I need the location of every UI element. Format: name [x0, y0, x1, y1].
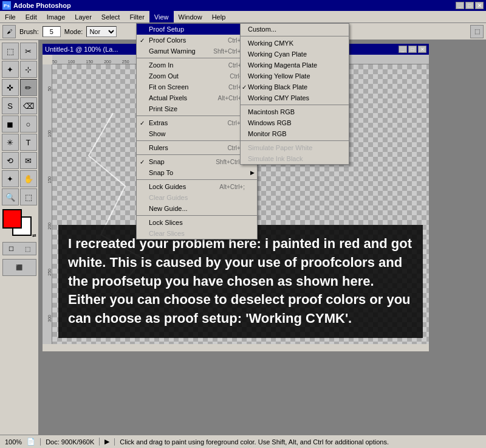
title-minimize[interactable]: _ — [456, 2, 464, 9]
menu-actual-pixels[interactable]: Actual Pixels Alt+Ctrl+0 — [137, 92, 257, 103]
tool-slice[interactable]: ⊹ — [20, 61, 37, 78]
submenu-mac-rgb[interactable]: Macintosh RGB — [241, 106, 349, 117]
title-maximize[interactable]: □ — [465, 2, 474, 9]
app-title: Adobe Photoshop — [13, 2, 71, 9]
menu-clear-guides[interactable]: Clear Guides — [137, 192, 257, 203]
menu-print-size[interactable]: Print Size — [137, 103, 257, 114]
mode-select[interactable]: Nor — [86, 26, 117, 37]
menu-help[interactable]: Help — [207, 11, 231, 22]
menu-lock-slices[interactable]: Lock Slices — [137, 217, 257, 228]
submenu-simulate-paper[interactable]: Simulate Paper White — [241, 142, 349, 153]
custom-label: Custom... — [248, 26, 276, 33]
submenu-monitor-rgb[interactable]: Monitor RGB — [241, 128, 349, 139]
zoom-in-label: Zoom In — [149, 61, 173, 69]
submenu-working-magenta[interactable]: Working Magenta Plate — [241, 60, 349, 71]
paint-tool-icon: ▶ — [99, 438, 109, 446]
fit-screen-label: Fit on Screen — [149, 83, 188, 91]
zoom-out-label: Zoom Out — [149, 72, 179, 80]
zoom-level: 100% — [5, 438, 22, 446]
tool-marquee[interactable]: ⬚ — [2, 43, 19, 60]
tool-path[interactable]: ✳ — [2, 134, 19, 151]
menu-snap[interactable]: Snap Shft+Ctrl+; — [137, 156, 257, 167]
menu-view[interactable]: View — [149, 11, 174, 22]
menu-fit-screen[interactable]: Fit on Screen Ctrl+0 — [137, 81, 257, 92]
extras-label: Extras — [149, 119, 168, 126]
working-yellow-label: Working Yellow Plate — [248, 72, 310, 80]
submenu-divider-1 — [241, 36, 349, 36]
menu-new-guide[interactable]: New Guide... — [137, 203, 257, 214]
swap-colors[interactable]: ⇄ — [32, 233, 36, 238]
menu-window[interactable]: Window — [174, 11, 207, 22]
view-menu-popup[interactable]: Proof Setup Proof Colors Ctrl+Y Gamut Wa… — [136, 23, 258, 240]
simulate-ink-label: Simulate Ink Black — [248, 155, 303, 162]
submenu-working-cmyk[interactable]: Working CMYK — [241, 38, 349, 49]
submenu-simulate-ink[interactable]: Simulate Ink Black — [241, 153, 349, 164]
ruler-vertical: 50 100 150 200 250 300 — [43, 64, 52, 344]
quick-mask-toggle[interactable]: ☐ ⬚ — [2, 242, 36, 255]
submenu-working-black[interactable]: Working Black Plate — [241, 81, 349, 92]
menu-proof-colors[interactable]: Proof Colors Ctrl+Y — [137, 35, 257, 46]
menu-clear-slices[interactable]: Clear Slices — [137, 228, 257, 239]
foreground-color[interactable] — [2, 209, 22, 229]
menu-bar: File Edit Image Layer Select Filter View… — [0, 11, 486, 23]
menu-zoom-in[interactable]: Zoom In Ctrl++ — [137, 60, 257, 71]
tool-gradient[interactable]: ◼ — [2, 115, 19, 133]
menu-proof-setup[interactable]: Proof Setup — [137, 24, 257, 35]
tool-clone[interactable]: S — [2, 97, 19, 114]
screen-mode[interactable]: ⬛ — [2, 259, 36, 276]
submenu-working-cyan[interactable]: Working Cyan Plate — [241, 49, 349, 60]
gamut-warning-label: Gamut Warning — [149, 47, 196, 55]
menu-file[interactable]: File — [0, 11, 21, 22]
view-divider-3 — [137, 140, 257, 141]
canvas-title: Untitled-1 @ 100% (La... — [45, 46, 118, 53]
menu-edit[interactable]: Edit — [21, 11, 42, 22]
snap-to-label: Snap To — [149, 169, 173, 176]
lock-guides-label: Lock Guides — [149, 183, 186, 190]
menu-zoom-out[interactable]: Zoom Out Ctrl+- — [137, 71, 257, 81]
print-size-label: Print Size — [149, 105, 177, 112]
menu-snap-to[interactable]: Snap To — [137, 167, 257, 178]
working-black-label: Working Black Plate — [248, 83, 307, 91]
info-text: I recreated your problem here: i painted… — [68, 236, 412, 326]
title-close[interactable]: ✕ — [475, 2, 484, 9]
status-message: Click and drag to paint using foreground… — [114, 438, 481, 446]
submenu-working-cmy[interactable]: Working CMY Plates — [241, 92, 349, 103]
tool-heal[interactable]: ✜ — [2, 79, 19, 96]
tool-hand[interactable]: ✋ — [20, 170, 37, 187]
tool-eyedropper[interactable]: ✦ — [2, 170, 19, 187]
tool-dodge[interactable]: ○ — [20, 115, 37, 133]
toolbox: ⬚ ✂ ✦ ⊹ ✜ ✏ S ⌫ ◼ ○ ✳ T ⟲ ✉ ✦ ✋ — [0, 40, 39, 435]
proof-colors-label: Proof Colors — [149, 36, 186, 44]
tool-crop[interactable]: ✦ — [2, 61, 19, 78]
tool-text[interactable]: T — [20, 134, 37, 151]
brush-size-input[interactable] — [43, 26, 61, 37]
menu-extras[interactable]: Extras Ctrl+H — [137, 117, 257, 128]
menu-show[interactable]: Show — [137, 128, 257, 139]
mode-label: Mode: — [64, 28, 83, 35]
menu-layer[interactable]: Layer — [70, 11, 97, 22]
canvas-minimize[interactable]: _ — [399, 46, 407, 53]
submenu-custom[interactable]: Custom... — [241, 24, 349, 35]
options-icon-1[interactable]: ⬚ — [470, 25, 484, 38]
tool-extra[interactable]: ⬚ — [20, 188, 37, 205]
proof-setup-submenu[interactable]: Custom... Working CMYK Working Cyan Plat… — [240, 23, 349, 165]
snap-label: Snap — [149, 158, 165, 165]
show-label: Show — [149, 130, 166, 137]
tool-shape[interactable]: ⟲ — [2, 152, 19, 169]
canvas-close[interactable]: ✕ — [418, 46, 426, 53]
menu-image[interactable]: Image — [42, 11, 70, 22]
submenu-win-rgb[interactable]: Windows RGB — [241, 117, 349, 128]
tool-zoom[interactable]: 🔍 — [2, 188, 19, 205]
submenu-working-yellow[interactable]: Working Yellow Plate — [241, 71, 349, 81]
gamut-warning-shortcut: Shft+Ctrl+Y — [201, 48, 245, 55]
menu-rulers[interactable]: Rulers Ctrl+R — [137, 142, 257, 153]
menu-filter[interactable]: Filter — [125, 11, 149, 22]
tool-lasso[interactable]: ✂ — [20, 43, 37, 60]
tool-eraser[interactable]: ⌫ — [20, 97, 37, 114]
tool-notes[interactable]: ✉ — [20, 152, 37, 169]
menu-lock-guides[interactable]: Lock Guides Alt+Ctrl+; — [137, 181, 257, 192]
menu-gamut-warning[interactable]: Gamut Warning Shft+Ctrl+Y — [137, 46, 257, 57]
tool-brush[interactable]: ✏ — [20, 79, 37, 96]
menu-select[interactable]: Select — [97, 11, 125, 22]
canvas-maximize[interactable]: □ — [408, 46, 417, 53]
